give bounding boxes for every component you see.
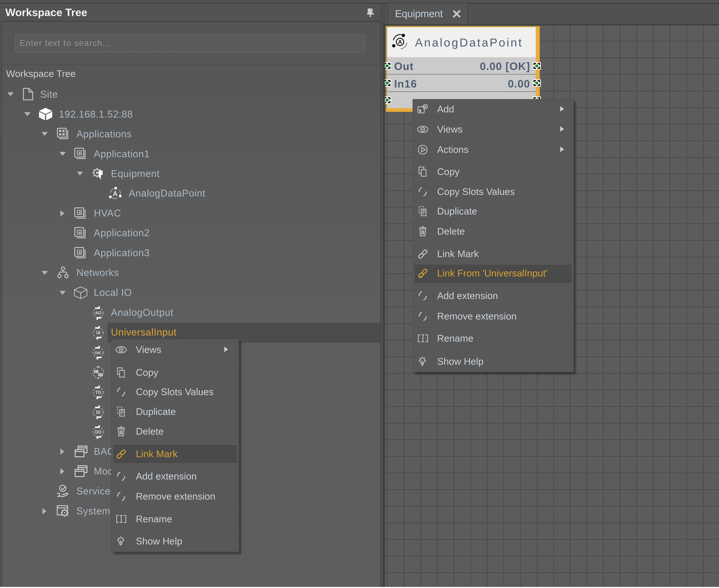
svg-text:AO: AO (95, 311, 102, 315)
svg-text:A: A (398, 39, 402, 45)
svg-text:DO: DO (95, 429, 102, 435)
svg-text:DIC: DIC (95, 351, 101, 355)
svg-text:UI: UI (96, 330, 100, 335)
svg-text:DI: DI (96, 410, 100, 415)
svg-text:TO: TO (95, 390, 101, 395)
svg-text:A: A (113, 190, 118, 197)
